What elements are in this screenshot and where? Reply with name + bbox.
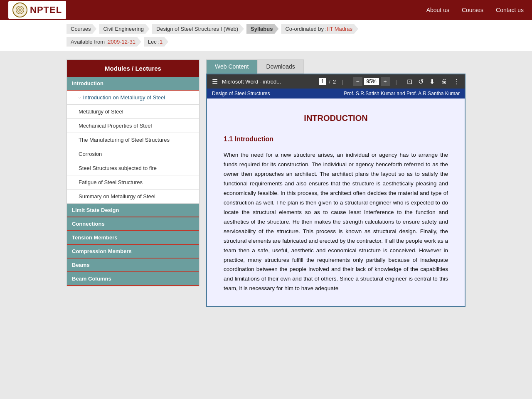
page-total: 2: [333, 79, 336, 85]
tab-downloads[interactable]: Downloads: [257, 59, 303, 74]
lec-num[interactable]: 1: [160, 39, 163, 45]
nav-contact[interactable]: Contact us: [496, 7, 524, 13]
hamburger-icon[interactable]: ☰: [212, 78, 218, 86]
sidebar-item-summary[interactable]: Summary on Metallurgy of Steel: [67, 190, 199, 204]
doc-course-title: Design of Steel Structures: [212, 91, 270, 96]
sidebar-item-intro-metallurgy[interactable]: ○ Introduction on Metallurgy of Steel: [67, 91, 199, 105]
sidebar-item-fatigue[interactable]: Fatigue of Steel Structures: [67, 175, 199, 190]
page-nav: 1 / 2: [319, 78, 336, 85]
breadcrumb-course-name[interactable]: Design of Steel Structures I (Web): [152, 24, 244, 34]
toolbar-divider: |: [342, 79, 343, 85]
main-content: Modules / Lectures Introduction ○ Introd…: [0, 51, 532, 315]
available-date[interactable]: 2009-12-31: [108, 39, 135, 45]
doc-section-title: 1.1 Introduction: [224, 133, 448, 145]
sidebar-item-corrosion[interactable]: Corrosion: [67, 147, 199, 161]
doc-paragraph: When the need for a new structure arises…: [224, 150, 448, 293]
breadcrumb-lec: Lec : 1: [144, 37, 168, 47]
sidebar-section-tension[interactable]: Tension Members: [67, 231, 199, 245]
doc-title: Microsoft Word - introd...: [222, 79, 315, 85]
logo-text: NPTEL: [30, 5, 62, 15]
sidebar-item-metallurgy[interactable]: Metallurgy of Steel: [67, 105, 199, 119]
toolbar-divider2: |: [396, 79, 397, 85]
sidebar-header: Modules / Lectures: [67, 60, 199, 77]
zoom-control: − 95% +: [353, 77, 390, 86]
doc-toolbar: ☰ Microsoft Word - introd... 1 / 2 | − 9…: [207, 74, 465, 89]
breadcrumb-coordinated: Co-ordinated by : IIT Madras: [281, 24, 358, 34]
sidebar-item-fire[interactable]: Steel Structures subjected to fire: [67, 161, 199, 175]
page-current[interactable]: 1: [319, 78, 327, 85]
nav-about[interactable]: About us: [426, 7, 449, 13]
doc-authors: Prof. S.R.Satish Kumar and Prof. A.R.San…: [344, 91, 460, 96]
fit-page-icon[interactable]: ⊡: [407, 78, 412, 86]
print-icon[interactable]: 🖨: [441, 78, 447, 85]
toolbar-right: ⊡ ↺ ⬇ 🖨 ⋮: [407, 78, 460, 86]
sidebar-section-introduction[interactable]: Introduction: [67, 77, 199, 91]
sidebar-section-compression[interactable]: Compression Members: [67, 245, 199, 259]
content-panel: Web Content Downloads ☰ Microsoft Word -…: [206, 59, 466, 307]
header-nav: About us Courses Contact us: [426, 7, 524, 13]
nav-courses[interactable]: Courses: [462, 7, 483, 13]
doc-body: INTRODUCTION 1.1 Introduction When the n…: [207, 99, 465, 306]
tab-web-content[interactable]: Web Content: [206, 59, 257, 74]
bullet-icon: ○: [79, 96, 81, 99]
sidebar-item-mechanical[interactable]: Mechanical Properties of Steel: [67, 119, 199, 133]
logo-icon: [12, 2, 27, 17]
zoom-value: 95%: [364, 78, 379, 85]
breadcrumb-syllabus[interactable]: Syllabus: [246, 24, 278, 34]
sidebar-section-beam-columns[interactable]: Beam Columns: [67, 272, 199, 286]
breadcrumb-civil[interactable]: Civil Engineering: [99, 24, 150, 34]
sidebar: Modules / Lectures Introduction ○ Introd…: [66, 59, 200, 286]
tab-bar: Web Content Downloads: [206, 59, 466, 74]
page-separator: /: [329, 79, 330, 85]
sidebar-item-manufacturing[interactable]: The Manufacturing of Steel Structures: [67, 133, 199, 147]
sidebar-section-beams[interactable]: Beams: [67, 259, 199, 272]
doc-viewer: ☰ Microsoft Word - introd... 1 / 2 | − 9…: [206, 74, 466, 307]
sidebar-section-limit-state[interactable]: Limit State Design: [67, 204, 199, 217]
doc-header-bar: Design of Steel Structures Prof. S.R.Sat…: [207, 89, 465, 99]
site-header: NPTEL About us Courses Contact us: [0, 0, 532, 20]
logo-area: NPTEL: [8, 1, 66, 19]
rotate-icon[interactable]: ↺: [418, 78, 424, 86]
zoom-out-button[interactable]: −: [353, 77, 362, 86]
sidebar-section-connections[interactable]: Connections: [67, 217, 199, 231]
zoom-in-button[interactable]: +: [381, 77, 390, 86]
breadcrumb-container: Courses Civil Engineering Design of Stee…: [0, 20, 532, 51]
breadcrumb-row2: Available from : 2009-12-31 Lec : 1: [66, 37, 466, 47]
more-icon[interactable]: ⋮: [453, 78, 460, 86]
iit-madras-link[interactable]: IIT Madras: [327, 26, 352, 32]
breadcrumb-available: Available from : 2009-12-31: [66, 37, 141, 47]
doc-main-title: INTRODUCTION: [224, 111, 448, 125]
breadcrumb-courses[interactable]: Courses: [66, 24, 96, 34]
download-icon[interactable]: ⬇: [429, 78, 435, 86]
